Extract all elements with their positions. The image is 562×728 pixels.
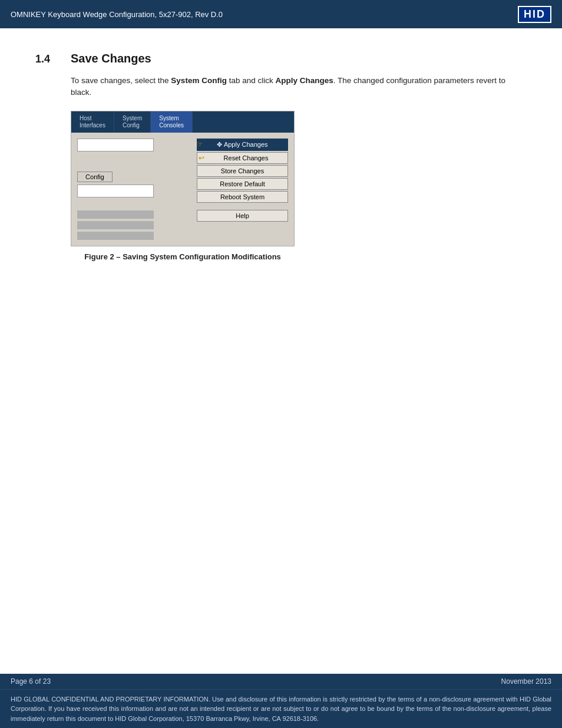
ui-mockup: Host Interfaces System Config System Con… xyxy=(71,111,295,246)
tab-host-interfaces[interactable]: Host Interfaces xyxy=(71,111,114,133)
cursor-icon-reset: ↩ xyxy=(199,154,204,162)
page-footer: Page 6 of 23 November 2013 HID GLOBAL CO… xyxy=(0,674,562,729)
gray-bar-1 xyxy=(77,210,154,219)
tab-interfaces-label: Interfaces xyxy=(80,122,105,129)
desc-text-1: To save changes, select the xyxy=(71,76,171,85)
store-changes-label: Store Changes xyxy=(221,167,264,174)
restore-default-button[interactable]: Restore Default xyxy=(197,178,288,190)
tab-system-consoles[interactable]: System Consoles xyxy=(151,111,193,133)
apply-changes-label: ✥ Apply Changes xyxy=(217,141,267,148)
reboot-system-button[interactable]: Reboot System xyxy=(197,191,288,203)
right-panel: ✥ Apply Changes ↩ Reset Changes Store Ch… xyxy=(197,139,288,240)
tab-consoles-label: Consoles xyxy=(159,122,184,129)
page-number: Page 6 of 23 xyxy=(11,677,51,686)
left-panel: Config xyxy=(77,139,191,240)
section-heading: 1.4 Save Changes xyxy=(35,52,527,65)
tab-config-label: Config xyxy=(123,122,142,129)
store-changes-button[interactable]: Store Changes xyxy=(197,165,288,177)
desc-bold-1: System Config xyxy=(171,76,227,85)
section-title: Save Changes xyxy=(71,52,151,65)
reset-changes-label: Reset Changes xyxy=(224,154,269,162)
restore-default-label: Restore Default xyxy=(220,180,265,187)
config-button[interactable]: Config xyxy=(77,172,113,182)
section-number: 1.4 xyxy=(35,53,59,65)
reboot-system-label: Reboot System xyxy=(220,193,265,200)
input-box-1[interactable] xyxy=(77,139,154,151)
tab-system-config[interactable]: System Config xyxy=(114,111,151,133)
apply-changes-button[interactable]: ✥ Apply Changes xyxy=(197,139,288,151)
header-title: OMNIKEY Keyboard Wedge Configuration, 5x… xyxy=(11,10,223,19)
tab-sysconsoles-label: System xyxy=(159,115,184,122)
main-content: 1.4 Save Changes To save changes, select… xyxy=(0,28,562,288)
tab-bar: Host Interfaces System Config System Con… xyxy=(71,111,294,133)
mockup-body: Config ✥ Apply Changes ↩ xyxy=(71,133,294,246)
desc-text-2: tab and click xyxy=(227,76,276,85)
desc-bold-2: Apply Changes xyxy=(275,76,333,85)
page-header: OMNIKEY Keyboard Wedge Configuration, 5x… xyxy=(0,0,562,28)
hid-logo: HID xyxy=(518,6,551,23)
help-label: Help xyxy=(236,212,249,219)
figure-container: Host Interfaces System Config System Con… xyxy=(71,111,527,261)
help-button[interactable]: Help xyxy=(197,210,288,222)
gray-bar-3 xyxy=(77,232,154,240)
tab-system-label: System xyxy=(123,115,142,122)
footer-date: November 2013 xyxy=(501,677,551,686)
footer-top: Page 6 of 23 November 2013 xyxy=(0,674,562,690)
footer-confidential: HID GLOBAL CONFIDENTIAL AND PROPRIETARY … xyxy=(0,690,562,729)
reset-changes-button[interactable]: ↩ Reset Changes xyxy=(197,152,288,164)
tab-host-label: Host xyxy=(80,115,105,122)
gray-bar-2 xyxy=(77,221,154,229)
section-description: To save changes, select the System Confi… xyxy=(71,75,527,99)
figure-caption: Figure 2 – Saving System Configuration M… xyxy=(71,252,295,261)
